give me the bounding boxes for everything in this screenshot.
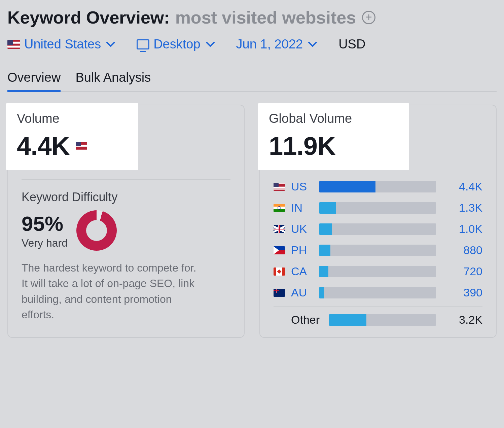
keyword-difficulty-label: Keyword Difficulty — [22, 190, 230, 204]
volume-bar-fill — [319, 202, 336, 214]
country-volume-value[interactable]: 4.4K — [452, 180, 482, 193]
date-filter[interactable]: Jun 1, 2022 — [236, 37, 317, 51]
us-flag-icon — [7, 40, 20, 49]
divider — [274, 306, 482, 307]
keyword-difficulty-note: Very hard — [22, 237, 68, 249]
country-volume-row: PH880 — [274, 240, 482, 261]
device-filter[interactable]: Desktop — [137, 37, 214, 51]
device-filter-label: Desktop — [153, 37, 200, 51]
chevron-down-icon — [308, 42, 317, 47]
country-code-link[interactable]: UK — [291, 222, 313, 236]
volume-bar — [319, 202, 436, 214]
chevron-down-icon — [206, 42, 215, 47]
volume-bar — [319, 223, 436, 235]
keyword-difficulty-value: 95% — [22, 212, 68, 236]
volume-bar-fill — [319, 287, 324, 298]
volume-value: 4.4K — [17, 131, 70, 160]
page-title-keyword: most visited websites — [175, 7, 356, 28]
country-volume-row: UK1.0K — [274, 218, 482, 240]
ca-flag-icon — [274, 268, 285, 276]
us-flag-icon — [274, 183, 285, 191]
ph-flag-icon — [274, 246, 285, 254]
volume-highlight: Volume 4.4K — [6, 103, 138, 170]
tab-bulk-analysis[interactable]: Bulk Analysis — [75, 70, 151, 91]
currency-label: USD — [338, 37, 365, 51]
divider — [22, 179, 230, 180]
country-volume-value[interactable]: 1.0K — [452, 222, 482, 236]
global-volume-value: 11.9K — [269, 131, 398, 160]
volume-bar-fill — [319, 181, 375, 192]
volume-bar-fill — [319, 266, 328, 277]
other-volume-value: 3.2K — [452, 313, 482, 326]
country-code-link[interactable]: IN — [291, 201, 313, 214]
filters-row: United States Desktop Jun 1, 2022 USD — [7, 37, 497, 51]
volume-bar — [329, 314, 436, 326]
tab-overview[interactable]: Overview — [7, 70, 61, 92]
page-title-label: Keyword Overview: — [7, 7, 170, 28]
global-volume-card: Global Volume 11.9K US4.4KIN1.3KUK1.0KPH… — [259, 105, 497, 338]
volume-label: Volume — [17, 111, 128, 126]
global-volume-country-list: US4.4KIN1.3KUK1.0KPH880CA720AU390Other3.… — [260, 176, 496, 337]
country-volume-row-other: Other3.2K — [274, 309, 482, 330]
country-volume-row: IN1.3K — [274, 197, 482, 218]
country-volume-value[interactable]: 390 — [452, 286, 482, 299]
country-volume-row: AU390 — [274, 282, 482, 303]
volume-card: Volume 4.4K Keyword Difficulty 95% Very … — [7, 105, 245, 338]
in-flag-icon — [274, 204, 285, 212]
global-volume-label: Global Volume — [269, 111, 398, 126]
country-code-link[interactable]: AU — [291, 286, 313, 299]
uk-flag-icon — [274, 225, 285, 233]
other-label: Other — [291, 313, 320, 326]
tabs: Overview Bulk Analysis — [7, 70, 497, 92]
country-volume-value[interactable]: 1.3K — [452, 201, 482, 214]
volume-bar-fill — [329, 314, 366, 326]
volume-bar-fill — [319, 223, 332, 235]
chevron-down-icon — [106, 42, 115, 47]
country-code-link[interactable]: CA — [291, 265, 313, 278]
country-volume-value[interactable]: 720 — [452, 265, 482, 278]
country-volume-row: US4.4K — [274, 176, 482, 197]
page-title-row: Keyword Overview: most visited websites … — [7, 7, 497, 28]
date-filter-label: Jun 1, 2022 — [236, 37, 303, 51]
volume-bar-fill — [319, 245, 330, 256]
volume-bar — [319, 266, 436, 277]
us-flag-icon — [76, 142, 87, 150]
country-code-link[interactable]: PH — [291, 244, 313, 257]
country-volume-value[interactable]: 880 — [452, 244, 482, 257]
au-flag-icon — [274, 289, 285, 297]
keyword-difficulty-description: The hardest keyword to compete for. It w… — [22, 260, 196, 323]
country-filter[interactable]: United States — [7, 37, 115, 51]
volume-bar — [319, 287, 436, 298]
difficulty-donut-chart — [76, 210, 117, 251]
global-volume-highlight: Global Volume 11.9K — [258, 103, 409, 170]
country-volume-row: CA720 — [274, 261, 482, 282]
volume-bar — [319, 181, 436, 192]
country-filter-label: United States — [24, 37, 101, 51]
desktop-icon — [137, 39, 149, 49]
add-keyword-button[interactable]: + — [362, 11, 375, 24]
country-code-link[interactable]: US — [291, 180, 313, 193]
volume-bar — [319, 245, 436, 256]
